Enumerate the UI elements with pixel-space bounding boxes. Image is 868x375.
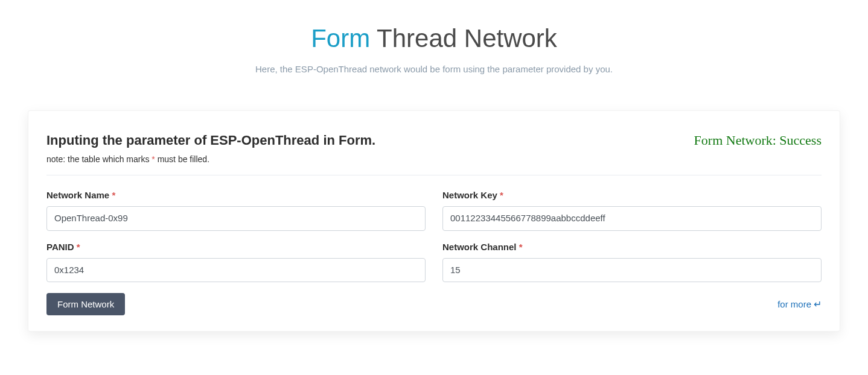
- required-mark: *: [77, 242, 80, 252]
- form-network-button[interactable]: Form Network: [46, 293, 125, 315]
- status-text: Form Network: Success: [694, 133, 822, 148]
- form-card: Inputing the parameter of ESP-OpenThread…: [28, 110, 840, 332]
- card-title: Inputing the parameter of ESP-OpenThread…: [46, 133, 375, 148]
- network-name-input[interactable]: [46, 206, 426, 231]
- page-title-rest: Thread Network: [370, 24, 557, 52]
- note-suffix: must be filled.: [155, 154, 209, 164]
- network-key-label: Network Key *: [442, 190, 822, 200]
- page-subtitle: Here, the ESP-OpenThread network would b…: [12, 64, 856, 74]
- required-mark: *: [112, 190, 115, 200]
- page-title-highlight: Form: [311, 24, 370, 52]
- network-channel-input[interactable]: [442, 258, 822, 283]
- page-title: Form Thread Network: [12, 24, 856, 53]
- form-grid: Network Name * Network Key * PANID * Net…: [46, 190, 822, 282]
- card-header-row: Inputing the parameter of ESP-OpenThread…: [46, 133, 822, 148]
- label-text: PANID: [46, 242, 74, 252]
- label-text: Network Key: [442, 190, 497, 200]
- network-channel-group: Network Channel *: [442, 242, 822, 283]
- return-icon: ↵: [814, 298, 822, 310]
- note-prefix: note: the table which marks: [46, 154, 152, 164]
- panid-input[interactable]: [46, 258, 426, 283]
- for-more-link[interactable]: for more ↵: [777, 298, 822, 310]
- network-name-group: Network Name *: [46, 190, 426, 231]
- required-mark: *: [500, 190, 503, 200]
- note-text: note: the table which marks * must be fi…: [46, 154, 822, 164]
- page-header: Form Thread Network Here, the ESP-OpenTh…: [0, 0, 868, 92]
- divider: [46, 175, 822, 175]
- panid-label: PANID *: [46, 242, 426, 252]
- required-mark: *: [519, 242, 523, 252]
- network-channel-label: Network Channel *: [442, 242, 822, 252]
- actions-row: Form Network for more ↵: [46, 293, 822, 315]
- network-name-label: Network Name *: [46, 190, 426, 200]
- network-key-group: Network Key *: [442, 190, 822, 231]
- label-text: Network Channel: [442, 242, 517, 252]
- network-key-input[interactable]: [442, 206, 822, 231]
- label-text: Network Name: [46, 190, 109, 200]
- more-link-text: for more: [777, 299, 811, 309]
- panid-group: PANID *: [46, 242, 426, 283]
